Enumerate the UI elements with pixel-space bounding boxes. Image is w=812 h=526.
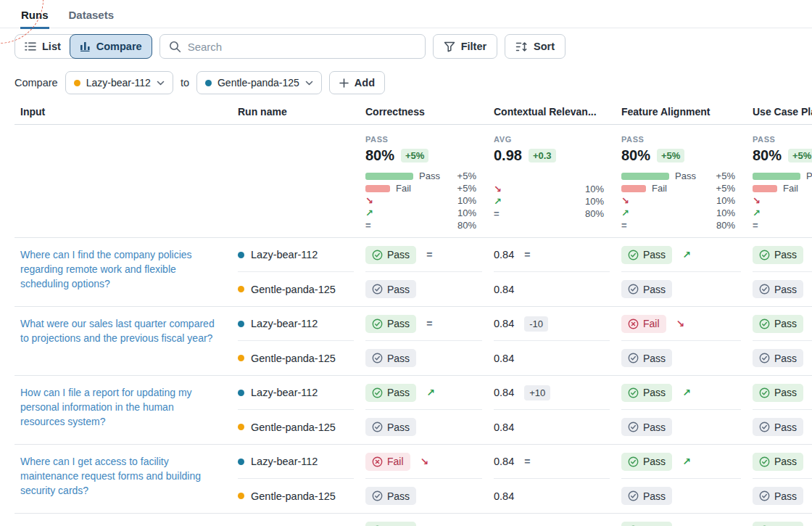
run-name: Lazy-bear-112 [251,249,318,260]
add-run-button[interactable]: Add [329,71,385,94]
metric-cell: Pass [753,479,812,513]
fail-legend-bar [621,185,646,192]
pass-badge: Pass [365,487,416,505]
run-name-cell: Gentle-panda-125 [238,410,365,444]
metric-cell: Pass [365,341,494,375]
run-name: Gentle-panda-125 [251,490,336,502]
score-value: 0.84 [494,456,514,467]
trend-down-icon: ↘ [753,195,765,206]
input-question-link[interactable]: What were our sales last quarter compare… [20,318,215,344]
metric-cell: Pass [621,514,741,526]
pass-badge: Pass [365,384,416,402]
list-view-button[interactable]: List [15,35,70,58]
pass-badge: Pass [753,280,803,298]
legend-value: 10% [457,207,476,218]
use-case-legend: Pass+5%Fail+5%↘10%↗10%=80% [753,171,812,230]
badge-label: Pass [774,249,797,260]
pass-badge: Pass [753,418,803,436]
run-name-cell: Lazy-bear-112 [238,238,354,272]
input-question-link[interactable]: How can I file a report for updating my … [20,387,192,427]
run-color-dot [238,252,244,258]
use-case-summary: PASS80%+5% [753,135,812,164]
pass-badge: Pass [753,522,803,526]
check-circle-icon [628,422,639,432]
tab-datasets[interactable]: Datasets [68,9,115,29]
view-toggle: List Compare [14,34,152,59]
legend-value: 80% [716,220,735,231]
check-circle-icon [372,422,383,432]
trend-up-icon: ↗ [682,249,691,260]
comparison-run-dot [205,80,212,86]
stat-delta-badge: +0.3 [529,149,556,163]
column-header-use-case: Use Case Pla [753,106,812,118]
list-view-label: List [42,41,61,52]
pass-badge: Pass [365,522,416,526]
stat-label: AVG [494,135,621,144]
badge-label: Pass [774,284,797,295]
badge-label: Pass [643,490,666,502]
search-input[interactable] [160,34,426,59]
check-circle-icon [759,353,770,363]
badge-label: Pass [387,422,410,433]
baseline-run-select[interactable]: Lazy-bear-112 [65,71,173,94]
check-circle-icon [628,284,639,295]
metric-cell: Pass [621,341,753,375]
metric-cell: Pass [365,272,494,306]
trend-up-icon: ↗ [682,387,691,398]
comparison-row-group: Where can I get access to facility maint… [14,445,812,514]
stat-value: 0.98 [494,147,522,164]
metric-cell: Pass [753,410,812,444]
pass-legend-bar [621,173,669,180]
score-delta-chip: -10 [524,316,548,332]
stat-value: 80% [365,147,394,164]
trend-down-icon: ↘ [621,195,634,206]
input-cell: Where can I find the company policies re… [14,238,238,306]
run-name-cell: Lazy-bear-112 [238,514,354,526]
x-circle-icon [628,319,639,329]
input-cell: How can I file a report for updating my … [14,376,238,444]
trend-down-icon: ↘ [676,318,685,329]
check-circle-icon [372,387,383,398]
legend-value: 10% [585,196,604,207]
filter-button[interactable]: Filter [433,34,497,59]
run-name-cell: Gentle-panda-125 [238,479,365,513]
metric-cell: 0.84 [494,410,621,444]
badge-label: Pass [643,456,666,467]
badge-label: Pass [387,387,410,398]
legend-label: Pass [806,170,812,181]
legend-label: Fail [652,183,667,194]
input-question-link[interactable]: Where can I find the company policies re… [20,249,192,289]
compare-view-button[interactable]: Compare [70,34,152,59]
run-name: Gentle-panda-125 [251,284,336,295]
comparison-run-select[interactable]: Gentle-panda-125 [196,71,322,94]
feature-alignment-summary: PASS80%+5% [621,135,753,164]
badge-label: Pass [643,249,666,260]
metric-cell: Pass [753,514,812,526]
metric-cell: Pass [753,272,812,306]
sort-button[interactable]: Sort [505,34,566,59]
run-name: Gentle-panda-125 [251,353,336,364]
badge-label: Pass [774,318,797,329]
badge-label: Fail [643,318,660,329]
add-run-label: Add [355,77,375,89]
metric-cell: Pass↗ [753,445,812,479]
table-header-row: Input Run name Correctness Contextual Re… [14,100,812,125]
metric-cell: Pass↗ [365,376,482,410]
trend-equal-icon: = [426,318,432,329]
comparison-row-group: Where can I find the company policies re… [14,238,812,307]
comparison-table: Input Run name Correctness Contextual Re… [0,100,812,526]
legend-value: 10% [716,195,735,206]
trend-down-icon: ↘ [365,195,378,206]
column-header-feature-alignment: Feature Alignment [621,106,753,118]
metric-cell: Pass= [365,238,482,272]
comparison-row-group: What were our sales last quarter compare… [14,307,812,376]
tab-bar: Runs Datasets [0,0,812,28]
pass-badge: Pass [621,453,672,471]
metric-cell: 0.84 [494,479,621,513]
fail-badge: Fail [365,453,410,471]
badge-label: Pass [643,387,666,398]
check-circle-icon [759,456,770,467]
input-question-link[interactable]: Where can I get access to facility maint… [20,456,201,496]
tab-runs[interactable]: Runs [20,9,49,29]
trend-up-icon: ↗ [494,196,506,207]
